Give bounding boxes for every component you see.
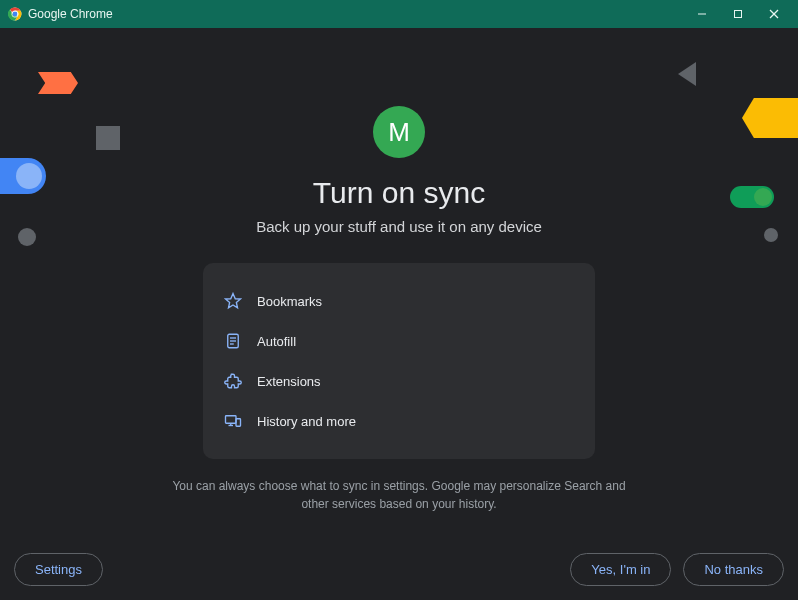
svg-rect-4	[735, 11, 742, 18]
svg-point-1	[13, 12, 18, 17]
svg-marker-7	[226, 294, 241, 308]
page-title: Turn on sync	[313, 176, 485, 210]
decline-button-label: No thanks	[704, 562, 763, 577]
fineprint-text: You can always choose what to sync in se…	[169, 477, 629, 513]
star-icon	[223, 291, 243, 311]
accept-button[interactable]: Yes, I'm in	[570, 553, 671, 586]
devices-icon	[223, 411, 243, 431]
settings-button[interactable]: Settings	[14, 553, 103, 586]
svg-rect-12	[226, 416, 237, 424]
avatar-initial: M	[388, 117, 410, 148]
sync-item-autofill: Autofill	[223, 321, 575, 361]
sync-item-label: History and more	[257, 414, 356, 429]
sync-item-history: History and more	[223, 401, 575, 441]
sync-item-label: Bookmarks	[257, 294, 322, 309]
maximize-button[interactable]	[720, 0, 756, 28]
extension-icon	[223, 371, 243, 391]
clipboard-icon	[223, 331, 243, 351]
decline-button[interactable]: No thanks	[683, 553, 784, 586]
svg-rect-15	[236, 419, 241, 427]
sync-items-card: Bookmarks Autofill Extensions History an…	[203, 263, 595, 459]
accept-button-label: Yes, I'm in	[591, 562, 650, 577]
window-title: Google Chrome	[28, 7, 113, 21]
sync-item-bookmarks: Bookmarks	[223, 281, 575, 321]
close-button[interactable]	[756, 0, 792, 28]
profile-avatar: M	[373, 106, 425, 158]
minimize-button[interactable]	[684, 0, 720, 28]
bottom-bar: Settings Yes, I'm in No thanks	[0, 553, 798, 586]
page-subtitle: Back up your stuff and use it on any dev…	[256, 218, 542, 235]
sync-item-label: Extensions	[257, 374, 321, 389]
settings-button-label: Settings	[35, 562, 82, 577]
chrome-icon	[8, 7, 22, 21]
main-content: M Turn on sync Back up your stuff and us…	[0, 28, 798, 513]
sync-item-label: Autofill	[257, 334, 296, 349]
titlebar: Google Chrome	[0, 0, 798, 28]
sync-item-extensions: Extensions	[223, 361, 575, 401]
